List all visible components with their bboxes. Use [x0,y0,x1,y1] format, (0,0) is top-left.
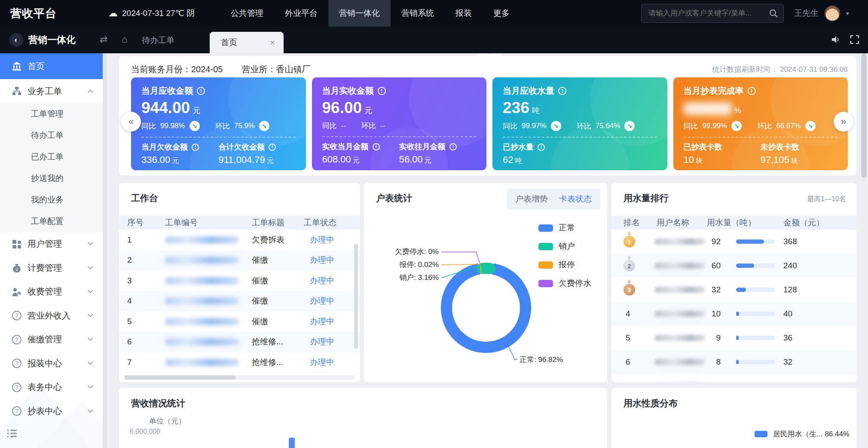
question-circle-icon: ? [12,335,21,344]
sidebar-item-meter-reading-center[interactable]: ? 抄表中心 [0,399,103,423]
sidebar-group-workorders[interactable]: 业务工单 [0,79,103,103]
blurred-workorder-id [165,318,239,325]
card-sub-metric: 当月欠收金额! 336.00元 [141,142,218,166]
nav-item-marketing-system[interactable]: 营销系统 [391,0,445,27]
sidebar-subitem-cc-me[interactable]: 抄送我的 [0,168,103,189]
info-icon[interactable]: ! [449,143,457,150]
list-item[interactable]: 2 60 240 [611,254,856,278]
status-link[interactable]: 办理中 [310,275,334,286]
table-row[interactable]: 6抢维修...办理中 [119,332,360,353]
legend-item[interactable]: 报停 [538,259,591,270]
carousel-next-button[interactable]: » [834,112,853,132]
table-row[interactable]: 3催缴办理中 [119,270,360,291]
sidebar-subitem-done-workorder[interactable]: 已办工单 [0,146,103,168]
legend-item[interactable]: 正常 [538,222,591,233]
sidebar-item-collection-mgmt[interactable]: ? 催缴管理 [0,328,103,352]
info-icon[interactable]: ! [558,87,566,95]
list-item[interactable]: 6 8 32 [611,350,856,374]
nav-item-install[interactable]: 报装 [445,0,483,27]
donut-legend: 正常 销户 报停 欠费停水 [538,222,591,296]
table-row[interactable]: 5催缴办理中 [119,311,360,332]
sidebar-item-non-operating-income[interactable]: ? 营业外收入 [0,304,103,328]
sidebar-subitem-my-business[interactable]: 我的业务 [0,189,103,211]
search-input[interactable] [642,9,769,18]
status-link[interactable]: 办理中 [310,234,334,245]
info-icon[interactable]: ! [748,87,756,95]
tab-card-status[interactable]: 卡表状态 [559,193,592,205]
todo-workorder-link[interactable]: 待办工单 [142,35,174,46]
status-link[interactable]: 办理中 [310,316,334,327]
avatar[interactable] [824,5,840,21]
info-icon[interactable]: ! [197,87,205,95]
speaker-icon[interactable] [830,34,840,45]
page-scrollbar[interactable] [861,53,867,448]
sidebar-item-user-mgmt[interactable]: 用户管理 [0,232,103,256]
list-item[interactable]: 4 10 40 [611,302,856,326]
username: 王先生 [794,8,819,19]
fullscreen-icon[interactable] [850,35,859,44]
legend-item[interactable]: 居民用水（生... 86.44% [755,429,850,439]
water-nature-title: 用水性质分布 [623,397,678,409]
close-icon[interactable]: × [270,38,275,48]
info-icon[interactable]: ! [192,144,199,151]
scrollbar-thumb[interactable] [861,53,867,178]
status-link[interactable]: 办理中 [310,336,334,347]
card-sub-metric: 已抄表卡数 10块 [684,142,761,166]
card-trend: 同比99.98% ↘ 环比75.9% ↘ [141,121,296,131]
home-icon[interactable]: ⌂ [122,34,127,45]
status-link[interactable]: 办理中 [310,255,334,266]
card-receivable-water: 当月应收水量! 236吨 同比99.97% ↘ 环比75.64% ↘ 已抄水量!… [492,77,667,170]
user-menu[interactable]: 王先生 ▾ [794,5,849,21]
legend-item[interactable]: 欠费停水 [538,278,591,289]
table-row[interactable]: 4催缴办理中 [119,291,360,312]
global-search[interactable] [641,4,784,23]
search-icon[interactable] [769,9,778,18]
scrollbar-thumb[interactable] [124,375,236,380]
list-item[interactable]: 5 9 36 [611,326,856,350]
carousel-prev-button[interactable]: « [121,112,141,132]
card-receivable-amount: 当月应收金额! 944.00元 同比99.98% ↘ 环比75.9% ↘ 当月欠… [131,77,306,170]
menu-list-icon[interactable] [7,429,17,439]
swap-arrows-icon[interactable]: ⇄ [100,34,107,45]
legend-item[interactable]: 销户 [538,241,591,252]
sidebar-item-home[interactable]: 首页 [0,53,103,79]
info-icon[interactable]: ! [378,87,386,95]
info-icon[interactable]: ! [538,144,545,151]
sidebar-item-fee-mgmt[interactable]: 收费管理 [0,280,103,304]
table-row[interactable]: 1欠费拆表办理中 [119,230,360,250]
table-row[interactable]: 7抢维修...办理中 [119,352,360,373]
tab-meter-growth[interactable]: 户表增势 [515,193,548,205]
sidebar-subitem-todo-workorder[interactable]: 待办工单 [0,125,103,146]
horizontal-scrollbar[interactable] [124,375,355,380]
info-icon[interactable]: ! [269,144,276,151]
cloud-icon: ☁ [108,8,118,19]
overview-header: 当前账务月份：2024-05 营业所：香山镇厂 统计数据刷新时间： 2024-0… [131,64,848,75]
list-item[interactable]: 3 32 128 [611,278,856,302]
table-row[interactable]: 2催缴办理中 [119,250,360,271]
appbar-tools [830,34,859,45]
chevron-down-icon[interactable]: ▾ [846,10,849,17]
nav-item-public[interactable]: 公共管理 [220,0,274,27]
list-item[interactable]: 1 92 368 [611,230,856,254]
sidebar-item-meter-center[interactable]: ? 表务中心 [0,375,103,399]
sidebar-item-install-center[interactable]: ? 报装中心 [0,352,103,376]
usage-bar [736,288,775,292]
blurred-user-name [654,239,705,245]
nav-item-field[interactable]: 外业平台 [274,0,328,27]
donut-segment-normal[interactable] [446,269,526,347]
nav-item-more[interactable]: 更多 [483,0,520,27]
card-sub-metric: 已抄水量! 62吨 [503,142,580,166]
chevron-down-icon [88,312,93,317]
list-item-partial[interactable] [611,374,856,382]
card-sub-metric: 未抄表卡数 97,105块 [761,142,837,166]
trend-down-icon: ↘ [551,121,561,131]
sidebar-subitem-workorder-config[interactable]: 工单配置 [0,211,103,232]
nav-item-marketing-integrated[interactable]: 营销一体化 [328,0,391,27]
sidebar-item-billing-mgmt[interactable]: S 计费管理 [0,256,103,280]
status-link[interactable]: 办理中 [310,357,334,368]
tab-home[interactable]: 首页 × [210,32,284,53]
info-icon[interactable]: ! [373,143,380,150]
sidebar-subitem-workorder-mgmt[interactable]: 工单管理 [0,103,103,125]
status-link[interactable]: 办理中 [310,295,334,307]
vertical-scrollbar[interactable] [354,244,358,349]
